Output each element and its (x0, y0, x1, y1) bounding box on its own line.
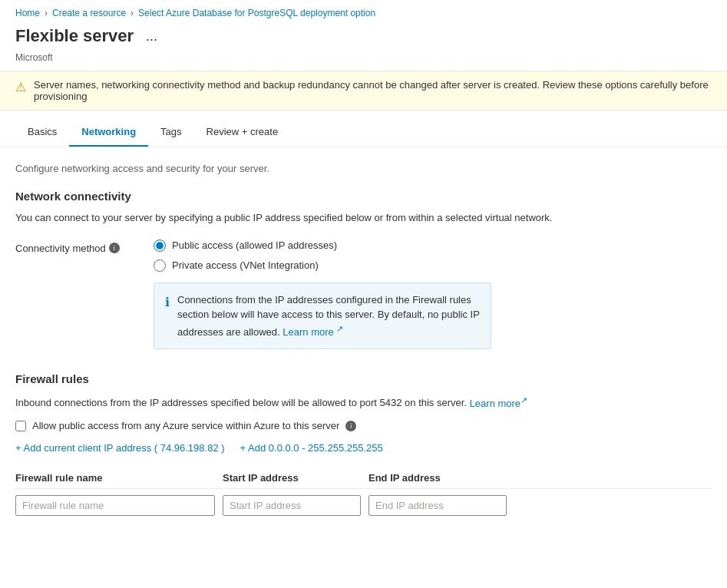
network-desc: You can connect to your server by specif… (15, 210, 712, 226)
table-header: Firewall rule name Start IP address End … (15, 467, 712, 489)
network-connectivity-section: Network connectivity You can connect to … (15, 190, 712, 349)
allow-public-info-icon[interactable]: i (345, 421, 356, 431)
header-firewall-rule-name: Firewall rule name (15, 472, 215, 484)
header-start-ip: Start IP address (223, 472, 361, 484)
connectivity-options: Public access (allowed IP addresses) Pri… (154, 239, 491, 350)
allow-public-access-row: Allow public access from any Azure servi… (15, 420, 712, 431)
allow-public-access-label: Allow public access from any Azure servi… (32, 420, 339, 431)
firewall-table: Firewall rule name Start IP address End … (15, 467, 712, 516)
connectivity-info-box: ℹ Connections from the IP addresses conf… (154, 282, 491, 350)
radio-private-access[interactable]: Private access (VNet Integration) (154, 259, 491, 272)
tab-basics[interactable]: Basics (15, 118, 69, 147)
start-ip-input[interactable] (223, 495, 361, 516)
ellipsis-button[interactable]: ... (141, 27, 162, 46)
radio-public-access[interactable]: Public access (allowed IP addresses) (154, 239, 491, 252)
firewall-ext-link-icon: ↗ (520, 395, 527, 404)
breadcrumb-create-resource[interactable]: Create a resource (52, 8, 126, 18)
breadcrumb: Home › Create a resource › Select Azure … (0, 0, 727, 23)
page-title: Flexible server (15, 26, 134, 46)
radio-private-input[interactable] (154, 259, 166, 272)
radio-group: Public access (allowed IP addresses) Pri… (154, 239, 491, 272)
firewall-rules-section: Firewall rules Inbound connections from … (15, 372, 712, 516)
tabs: Basics Networking Tags Review + create (0, 118, 727, 147)
info-box-icon: ℹ (165, 293, 170, 340)
section-description: Configure networking access and security… (15, 163, 712, 174)
tab-networking[interactable]: Networking (69, 118, 148, 147)
firewall-desc: Inbound connections from the IP addresse… (15, 393, 712, 411)
connectivity-method-label: Connectivity method i (15, 239, 138, 254)
firewall-rules-title: Firewall rules (15, 372, 712, 385)
network-connectivity-title: Network connectivity (15, 190, 712, 203)
tab-review-create[interactable]: Review + create (194, 118, 291, 147)
warning-icon: ⚠ (15, 80, 26, 94)
warning-banner: ⚠ Server names, networking connectivity … (0, 71, 727, 111)
warning-text: Server names, networking connectivity me… (34, 79, 712, 102)
radio-public-input[interactable] (154, 239, 166, 252)
breadcrumb-sep2: › (131, 8, 134, 18)
content-area: Configure networking access and security… (0, 147, 727, 531)
add-current-ip-link[interactable]: + Add current client IP address ( 74.96.… (15, 442, 225, 454)
info-box-learn-more[interactable]: Learn more ↗ (283, 326, 343, 338)
breadcrumb-select-option[interactable]: Select Azure Database for PostgreSQL dep… (138, 8, 375, 18)
header-end-ip: End IP address (368, 472, 507, 484)
allow-public-access-checkbox[interactable] (15, 421, 26, 431)
add-links: + Add current client IP address ( 74.96.… (15, 442, 712, 454)
add-range-link[interactable]: + Add 0.0.0.0 - 255.255.255.255 (240, 442, 383, 454)
table-row (15, 495, 712, 516)
firewall-learn-more[interactable]: Learn more↗ (470, 398, 527, 409)
page-subtitle: Microsoft (0, 52, 727, 71)
page-header: Flexible server ... (0, 23, 727, 52)
tab-tags[interactable]: Tags (148, 118, 193, 147)
breadcrumb-home[interactable]: Home (15, 8, 40, 18)
breadcrumb-sep1: › (45, 8, 48, 18)
external-link-icon: ↗ (336, 324, 343, 333)
info-box-content: Connections from the IP addresses config… (177, 292, 480, 340)
end-ip-input[interactable] (368, 495, 507, 516)
connectivity-method-row: Connectivity method i Public access (all… (15, 239, 712, 350)
firewall-rule-name-input[interactable] (15, 495, 215, 516)
connectivity-info-icon[interactable]: i (109, 243, 120, 253)
